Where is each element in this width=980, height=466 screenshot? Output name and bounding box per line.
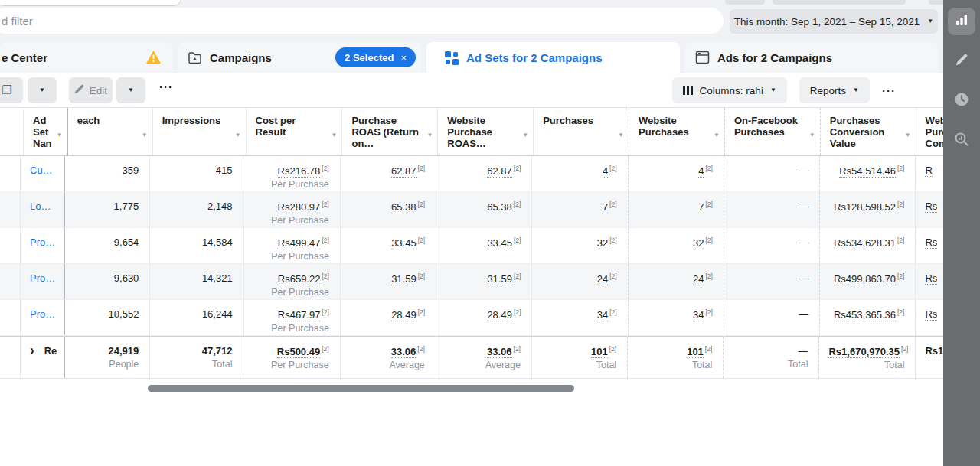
col-header-pcv[interactable]: Purchases Conversion Value▼ <box>821 108 916 155</box>
ad-sets-grid-icon <box>444 51 459 65</box>
cell-purchases: 7[2] <box>532 192 628 227</box>
cutoff-button[interactable] <box>725 0 765 5</box>
search-filter-input[interactable]: d filter <box>0 8 724 34</box>
footnote-ref: [2] <box>322 308 328 316</box>
inspect-zoom-button[interactable] <box>948 127 975 155</box>
ad-set-name-link[interactable]: Pro… <box>30 308 55 320</box>
sort-caret-icon[interactable]: ▼ <box>426 129 433 141</box>
cell-select <box>0 192 21 227</box>
expand-chevron-icon[interactable]: › <box>30 344 34 356</box>
bar-chart-icon <box>955 13 969 30</box>
ad-set-name-link[interactable]: Pro… <box>30 272 55 284</box>
table-row[interactable]: Pro…9,65414,584Rs499.47[2]Per Purchase33… <box>0 228 980 264</box>
col-header-reach[interactable]: each▼ <box>68 108 153 155</box>
cell-pcv: Rs54,514.46[2] <box>820 156 916 191</box>
tab-account-center[interactable]: e Center <box>0 42 172 73</box>
cell-value: Rs499,863.70 <box>834 273 896 285</box>
top-bar: d filter This month: Sep 1, 2021 – Sep 1… <box>0 0 943 73</box>
cell-value: 65.38 <box>487 201 512 213</box>
col-header-proas[interactable]: Purchase ROAS (Return on…▼ <box>342 108 438 155</box>
cell-value: — <box>798 345 808 357</box>
ads-manager-page: d filter This month: Sep 1, 2021 – Sep 1… <box>0 0 980 466</box>
sort-caret-icon[interactable]: ▼ <box>332 129 338 141</box>
history-button[interactable] <box>948 87 975 115</box>
col-header-purchases[interactable]: Purchases▼ <box>534 108 629 155</box>
cell-value: Rs <box>925 200 937 213</box>
sort-caret-icon[interactable]: ▼ <box>57 129 63 141</box>
tab-label: Ad Sets for 2 Campaigns <box>466 51 603 64</box>
cell-onfb: —Total <box>724 337 819 378</box>
tab-campaigns[interactable]: Campaigns 2 Selected × <box>178 42 421 73</box>
table-row[interactable]: Pro…10,55216,244Rs467.97[2]Per Purchase2… <box>0 300 980 336</box>
edit-rail-button[interactable] <box>948 47 975 75</box>
cell-wpurchases: 34[2] <box>629 300 724 335</box>
cell-wproas: 31.59[2] <box>436 264 532 299</box>
duplicate-button[interactable]: ❐ <box>0 77 23 103</box>
cell-reach: 359 <box>65 156 150 191</box>
right-rail <box>943 0 980 466</box>
duplicate-dropdown-button[interactable]: ▼ <box>28 77 57 103</box>
cell-sublabel: Per Purchase <box>253 179 328 190</box>
selected-count-label: 2 Selected <box>345 52 394 64</box>
totals-row[interactable]: ›Re24,919People47,712TotalRs500.49[2]Per… <box>0 336 980 379</box>
col-header-cost[interactable]: Cost per Result▼ <box>247 108 343 155</box>
selected-count-badge[interactable]: 2 Selected × <box>335 47 416 67</box>
table-row[interactable]: Pro…9,63014,321Rs659.22[2]Per Purchase31… <box>0 264 980 300</box>
sort-caret-icon[interactable]: ▼ <box>618 129 624 141</box>
cell-value: 33.45 <box>391 237 416 249</box>
col-header-onfb[interactable]: On-Facebook Purchases▼ <box>725 108 821 155</box>
table-row[interactable]: Cu…359415Rs216.78[2]Per Purchase62.87[2]… <box>0 156 980 192</box>
columns-icon <box>683 86 693 95</box>
tab-ads[interactable]: Ads for 2 Campaigns <box>685 42 938 73</box>
folder-icon <box>188 51 202 64</box>
search-box-remnant[interactable] <box>0 0 181 6</box>
cell-proas: 31.59[2] <box>341 264 436 299</box>
col-header-label: Ad Set Nan <box>33 115 52 149</box>
sort-caret-icon[interactable]: ▼ <box>522 129 528 141</box>
horizontal-scrollbar[interactable] <box>148 385 574 392</box>
cell-value: 101 <box>687 346 704 358</box>
cell-reach: 1,775 <box>65 192 150 227</box>
ad-set-name-link[interactable]: Cu… <box>30 165 53 176</box>
zoom-chart-icon <box>954 132 969 150</box>
cutoff-button[interactable] <box>773 0 906 5</box>
cell-value: Rs499.47 <box>278 237 321 249</box>
cell-value: 33.06 <box>391 346 416 358</box>
col-header-select[interactable] <box>0 108 24 155</box>
ad-set-name-link[interactable]: Pro… <box>30 236 55 248</box>
col-header-wproas[interactable]: Website Purchase ROAS…▼ <box>438 108 534 155</box>
cell-select <box>0 156 21 191</box>
duplicate-icon: ❐ <box>2 83 11 97</box>
col-header-name[interactable]: Ad Set Nan▼ <box>24 108 68 155</box>
table-row[interactable]: Lo…1,7752,148Rs280.97[2]Per Purchase65.3… <box>0 192 980 228</box>
cell-value: 14,321 <box>202 272 233 284</box>
cell-pcv: Rs128,598.52[2] <box>820 192 916 227</box>
cell-value: 32 <box>597 237 608 249</box>
cell-value: Rs54,514.46 <box>839 165 896 178</box>
col-header-wpurchases[interactable]: Website Purchases▼ <box>629 108 725 155</box>
sort-caret-icon[interactable]: ▼ <box>809 129 815 141</box>
edit-dropdown-button[interactable]: ▼ <box>116 77 145 103</box>
sort-caret-icon[interactable]: ▼ <box>142 129 148 141</box>
columns-button[interactable]: Columns: rahi ▼ <box>672 77 787 103</box>
cell-value: — <box>799 236 808 248</box>
sort-caret-icon[interactable]: ▼ <box>905 129 911 141</box>
insights-chart-button[interactable] <box>948 8 975 35</box>
edit-button[interactable]: Edit <box>69 77 113 103</box>
ad-set-name-link[interactable]: Lo… <box>30 200 51 212</box>
close-icon[interactable]: × <box>400 52 407 64</box>
cell-value: Rs280.97 <box>278 201 321 213</box>
date-range-selector[interactable]: This month: Sep 1, 2021 – Sep 15, 2021 ▼ <box>730 9 938 34</box>
cell-wpurchases: 7[2] <box>629 192 724 227</box>
more-options-button[interactable]: ··· <box>882 84 896 97</box>
footnote-ref: [2] <box>514 200 521 208</box>
cell-impressions: 415 <box>150 156 243 191</box>
sort-caret-icon[interactable]: ▼ <box>714 129 720 141</box>
toolbar: ❐ ▼ Edit ▼ ··· Columns: rahi ▼ <box>0 73 943 107</box>
more-actions-button[interactable]: ··· <box>159 80 173 93</box>
col-header-label: Website Purchase ROAS… <box>447 115 492 149</box>
col-header-impressions[interactable]: Impressions▼ <box>153 108 247 155</box>
sort-caret-icon[interactable]: ▼ <box>235 129 241 141</box>
tab-ad-sets[interactable]: Ad Sets for 2 Campaigns <box>426 42 680 73</box>
reports-button[interactable]: Reports ▼ <box>799 77 870 103</box>
